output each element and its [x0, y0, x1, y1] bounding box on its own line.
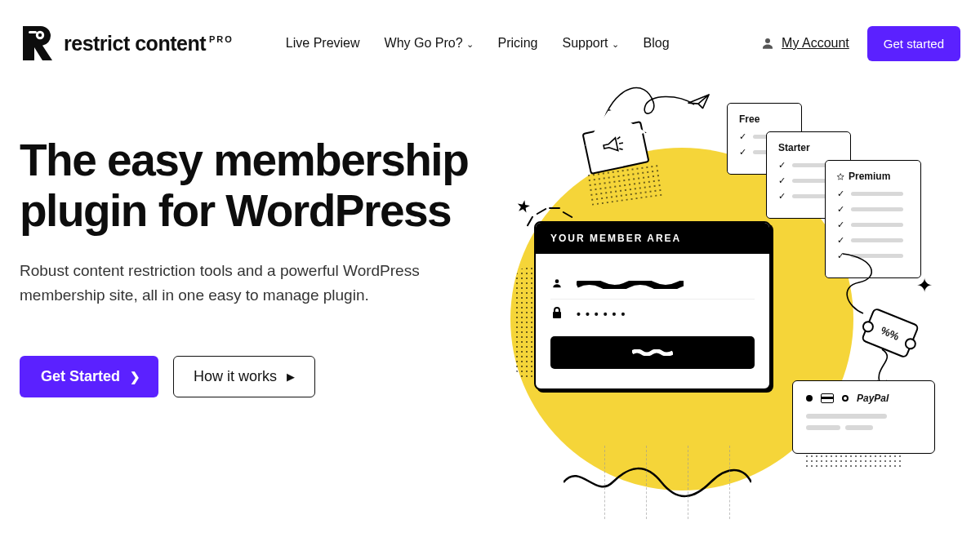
check-icon: ✓ — [778, 175, 786, 186]
check-icon: ✓ — [837, 220, 844, 230]
chevron-down-icon: ⌄ — [612, 39, 619, 50]
user-icon — [550, 277, 564, 291]
plan-title: Starter — [778, 142, 839, 153]
megaphone-icon — [599, 133, 627, 162]
svg-point-4 — [555, 279, 559, 283]
coupon-icon: %% — [861, 307, 920, 358]
radio-selected-icon — [806, 395, 813, 402]
logo-mark-icon — [20, 24, 56, 62]
hero-subtitle: Robust content restriction tools and a p… — [20, 259, 461, 307]
password-dots: •••••• — [577, 308, 630, 321]
plan-card-premium: ✩Premium ✓ ✓ ✓ ✓ ✓ — [825, 160, 921, 278]
my-account-link[interactable]: My Account — [760, 36, 849, 51]
primary-nav: Live Preview Why Go Pro?⌄ Pricing Suppor… — [286, 36, 670, 51]
plan-title: ✩Premium — [837, 171, 909, 182]
check-icon: ✓ — [837, 251, 844, 261]
svg-rect-5 — [553, 312, 561, 318]
site-header: restrict contentPRO Live Preview Why Go … — [0, 0, 980, 62]
caret-right-icon: ▶ — [287, 371, 295, 383]
placeholder-squiggle — [577, 281, 755, 289]
hero-get-started-button[interactable]: Get Started ❯ — [20, 356, 158, 397]
nav-pricing[interactable]: Pricing — [498, 36, 538, 51]
credit-card-icon — [821, 393, 834, 403]
how-it-works-button[interactable]: How it works ▶ — [173, 356, 315, 397]
user-icon — [760, 36, 775, 51]
paper-plane-icon — [687, 92, 711, 115]
svg-rect-2 — [29, 31, 37, 33]
hero-section: The easy membership plugin for WordPress… — [0, 62, 980, 397]
star-icon: ✦ — [916, 274, 933, 297]
header-right: My Account Get started — [760, 26, 960, 61]
radio-icon — [842, 395, 849, 402]
member-area-window: YOUR MEMBER AREA •••••• — [534, 221, 771, 390]
check-icon: ✓ — [837, 235, 844, 246]
check-icon: ✓ — [778, 160, 786, 171]
paypal-label: PayPal — [857, 393, 889, 404]
svg-point-3 — [765, 38, 770, 43]
nav-live-preview[interactable]: Live Preview — [286, 36, 360, 51]
check-icon: ✓ — [739, 147, 746, 158]
hero-illustration: ★ Free ✓ ✓ Starter ✓ ✓ ✓ ✩Premium ✓ ✓ ✓ … — [466, 78, 972, 535]
hero-cta-row: Get Started ❯ How it works ▶ — [20, 356, 477, 397]
check-icon: ✓ — [778, 191, 786, 202]
check-icon: ✓ — [739, 131, 746, 142]
plan-title: Free — [739, 113, 790, 125]
lock-icon — [550, 307, 564, 321]
chevron-right-icon: ❯ — [130, 370, 140, 384]
nav-support[interactable]: Support⌄ — [562, 36, 618, 51]
check-icon: ✓ — [837, 204, 844, 215]
nav-blog[interactable]: Blog — [644, 36, 670, 51]
check-icon: ✓ — [837, 189, 844, 199]
hero-title: The easy membership plugin for WordPress — [20, 135, 477, 236]
brand-logo[interactable]: restrict contentPRO — [20, 24, 234, 62]
header-get-started-button[interactable]: Get started — [867, 26, 960, 61]
nav-why-go-pro[interactable]: Why Go Pro?⌄ — [385, 36, 474, 51]
member-submit-button — [550, 336, 755, 369]
dashed-guideline-icon — [604, 446, 730, 519]
star-outline-icon: ✩ — [837, 172, 844, 181]
svg-point-1 — [38, 33, 42, 37]
brand-name: restrict contentPRO — [64, 32, 234, 55]
chevron-down-icon: ⌄ — [466, 39, 474, 50]
member-area-title: YOUR MEMBER AREA — [536, 223, 769, 254]
payment-card: PayPal — [792, 380, 935, 454]
